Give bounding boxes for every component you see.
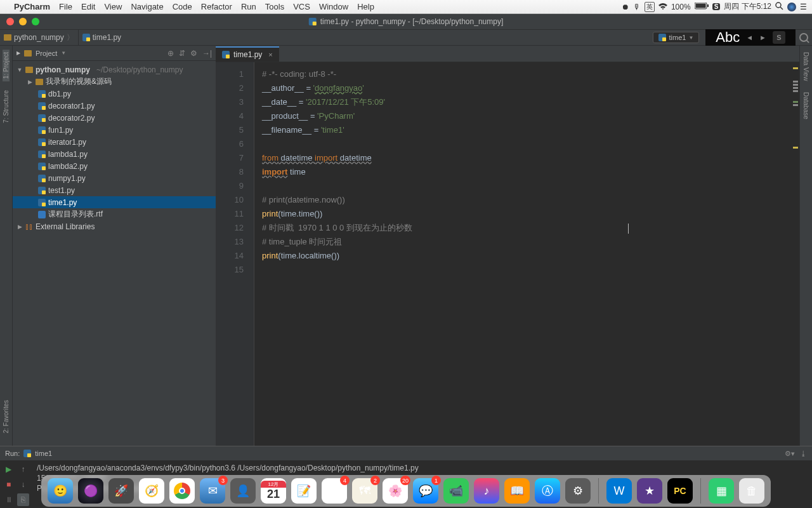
dock-notes[interactable]: 📝 (291, 478, 317, 504)
tree-file[interactable]: decorator2.py (13, 112, 216, 124)
editor-tab-time1[interactable]: time1.py× (216, 46, 279, 62)
code-editor[interactable]: # -*- coding: utf-8 -*- __author__ = 'do… (254, 62, 799, 446)
dock-facetime[interactable]: 📹 (443, 478, 469, 504)
close-window-button[interactable] (6, 18, 14, 25)
soft-wrap-icon[interactable]: ⎘ (17, 493, 29, 506)
ime-prev-icon[interactable]: ◄ (746, 34, 753, 41)
menu-navigate[interactable]: Navigate (131, 2, 163, 11)
menu-run[interactable]: Run (241, 2, 256, 11)
menu-tools[interactable]: Tools (265, 2, 284, 11)
tree-folder[interactable]: ▶我录制的视频&源码 (13, 76, 216, 88)
menu-code[interactable]: Code (173, 2, 192, 11)
run-hide-icon[interactable]: ⭳ (800, 450, 807, 458)
wifi-icon[interactable] (658, 3, 667, 11)
dock-trash[interactable]: 🗑 (739, 478, 764, 504)
project-tab[interactable]: 1: Project (3, 50, 10, 81)
tree-file-selected[interactable]: time1.py (13, 196, 216, 208)
dataview-tab[interactable]: Data View (802, 50, 809, 83)
stop-button[interactable]: ■ (3, 478, 15, 491)
folder-icon (25, 67, 33, 73)
screenrec-icon[interactable]: ⏺ (622, 3, 629, 11)
navigation-bar: python_numpy〉 time1.py time1▼ Abc ◄ ► S (0, 29, 812, 46)
scroll-from-source-icon[interactable]: ⊕ (167, 49, 174, 58)
svg-rect-2 (707, 4, 709, 7)
pause-button[interactable]: ⏸ (3, 493, 15, 506)
menu-edit[interactable]: Edit (81, 2, 95, 11)
favorites-tab[interactable]: 2: Favorites (3, 398, 10, 436)
hide-icon[interactable]: →| (202, 49, 212, 58)
run-settings-icon[interactable]: ⚙▾ (785, 450, 795, 458)
dock-maps[interactable]: 🗺2 (352, 478, 377, 504)
dock-itunes[interactable]: ♪ (474, 478, 499, 504)
maximize-window-button[interactable] (32, 18, 39, 25)
dock-siri[interactable]: 🟣 (78, 478, 103, 504)
dock-calendar[interactable]: 12月21 (261, 478, 286, 504)
clock[interactable]: 周四 下午5:12 (724, 1, 771, 12)
tree-file[interactable]: numpy1.py (13, 172, 216, 184)
sogou-ime-icon[interactable]: S (773, 31, 785, 44)
dock-ibooks[interactable]: 📖 (504, 478, 530, 504)
ime-icon[interactable]: 英 (645, 2, 655, 12)
tree-project-root[interactable]: ▼python_numpy~/Desktop/python_numpy (13, 64, 216, 76)
menu-window[interactable]: Window (319, 2, 348, 11)
breadcrumb-file[interactable]: time1.py (79, 30, 125, 45)
tree-file[interactable]: iterator1.py (13, 136, 216, 148)
app-name[interactable]: PyCharm (14, 2, 50, 11)
python-file-icon (38, 114, 46, 122)
rerun-button[interactable]: ▶ (3, 463, 15, 476)
tree-external-libraries[interactable]: ▶⫿⫿External Libraries (13, 220, 216, 232)
step-down-icon[interactable]: ↓ (17, 478, 29, 491)
notifications-icon[interactable]: ☰ (800, 3, 807, 11)
menubar-status-icons[interactable]: ⏺ 🎙 英 100% S 周四 下午5:12 ☰ (622, 1, 807, 12)
run-config-selector[interactable]: time1▼ (653, 32, 699, 43)
tree-file[interactable]: decorator1.py (13, 100, 216, 112)
dock-settings[interactable]: ⚙ (565, 478, 591, 504)
database-tab[interactable]: Database (802, 90, 809, 122)
structure-tab[interactable]: 7: Structure (3, 88, 10, 126)
settings-icon[interactable]: ⚙ (190, 49, 197, 58)
line-number-gutter[interactable]: 123456789101112131415 (216, 62, 254, 446)
menu-help[interactable]: Help (357, 2, 374, 11)
menu-vcs[interactable]: VCS (293, 2, 310, 11)
ime-next-icon[interactable]: ► (759, 34, 766, 41)
tree-file[interactable]: db1.py (13, 88, 216, 100)
python-file-icon (222, 51, 230, 58)
collapse-all-icon[interactable]: ⇵ (179, 49, 185, 58)
dock-app[interactable]: ▦ (709, 478, 734, 504)
siri-icon[interactable] (787, 3, 796, 11)
dock-word[interactable]: W (606, 478, 632, 504)
step-up-icon[interactable]: ↑ (17, 463, 29, 476)
tree-file[interactable]: 课程目录列表.rtf (13, 208, 216, 220)
badge: 3 (218, 476, 228, 485)
dock-messages[interactable]: 💬1 (413, 478, 438, 504)
dock-mail[interactable]: ✉3 (200, 478, 225, 504)
breadcrumb-root[interactable]: python_numpy〉 (0, 30, 79, 45)
dock-reminders[interactable]: ▤4 (322, 478, 347, 504)
tree-file[interactable]: lambda1.py (13, 148, 216, 160)
menu-refactor[interactable]: Refactor (201, 2, 232, 11)
dock-imovie[interactable]: ★ (637, 478, 662, 504)
dock-photos[interactable]: 🌸20 (383, 478, 408, 504)
error-stripe[interactable] (793, 67, 799, 150)
dock-pycharm[interactable]: PC (667, 478, 693, 504)
traffic-lights[interactable] (6, 18, 39, 25)
tree-file[interactable]: fun1.py (13, 124, 216, 136)
search-everywhere-icon[interactable] (799, 33, 808, 42)
dock-appstore[interactable]: Ⓐ (535, 478, 560, 504)
tree-file[interactable]: test1.py (13, 184, 216, 196)
sogou-icon[interactable]: S (712, 3, 721, 10)
mic-icon[interactable]: 🎙 (633, 3, 641, 11)
close-tab-icon[interactable]: × (268, 51, 272, 58)
dock-finder[interactable]: 🙂 (48, 478, 73, 504)
tree-file[interactable]: lambda2.py (13, 160, 216, 172)
dock-launchpad[interactable]: 🚀 (108, 478, 134, 504)
dock-safari[interactable]: 🧭 (139, 478, 164, 504)
spotlight-icon[interactable] (775, 2, 783, 12)
run-toolbar: ▶↑ ■↓ ⏸⎘ ⮿🖶 🗑 » (0, 460, 32, 508)
dock-chrome[interactable] (169, 478, 195, 504)
python-file-icon (38, 126, 46, 134)
minimize-window-button[interactable] (19, 18, 27, 25)
dock-contacts[interactable]: 👤 (230, 478, 256, 504)
menu-view[interactable]: View (104, 2, 122, 11)
menu-file[interactable]: File (59, 2, 72, 11)
